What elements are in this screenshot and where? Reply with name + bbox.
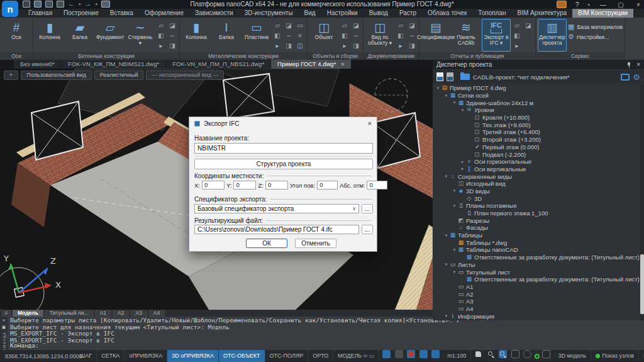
statusbar-toggle-3[interactable]: оПРИВЯЗКА <box>125 350 167 362</box>
coord-input-5[interactable]: 0 <box>367 181 387 189</box>
ribbon-tab-12[interactable]: Топоплан <box>472 9 511 18</box>
panel-settings-icon[interactable]: ⚙ <box>633 73 640 81</box>
tool-icon[interactable]: ▭ <box>295 21 305 31</box>
tool-icon[interactable]: ◨ <box>167 41 177 51</box>
layout-tab-1[interactable]: Модель <box>13 310 43 317</box>
tool-icon[interactable]: ◪ <box>167 21 177 31</box>
ribbon-tab-5[interactable]: Зависимости <box>189 9 239 18</box>
expand-arrow-icon[interactable]: ▾ <box>460 108 465 113</box>
expand-arrow-icon[interactable]: ▾ <box>443 262 449 267</box>
tree-row[interactable]: Кровля (+10.800) <box>433 114 640 122</box>
layout-tab-5[interactable]: A3 <box>130 310 147 317</box>
layout-menu-icon[interactable]: ≡ <box>1 310 11 317</box>
tree-row[interactable]: Подвал (-2.200) <box>433 150 640 158</box>
nanocad-logo-icon[interactable]: n <box>2 1 18 17</box>
tree-row[interactable]: ✓Первый этаж (0.000) <box>433 144 640 151</box>
tool-icon[interactable]: ▱ <box>512 21 522 31</box>
ribbon-button-cadlib[interactable]: ≋Панель CADlib <box>452 19 480 52</box>
help-dropdown-icon[interactable]: ▾ <box>587 1 590 8</box>
document-tab-1[interactable]: Без имени0* <box>14 60 61 69</box>
show-nodes-toggle[interactable]: Показ узлов <box>591 350 639 362</box>
tool-icon[interactable]: ◨ <box>351 41 361 51</box>
tree-row[interactable]: ▯План первого этажа 1_100 <box>433 210 640 217</box>
project-doc-icon[interactable] <box>436 72 443 81</box>
pin-icon[interactable] <box>626 62 631 67</box>
collapse-arrow-icon[interactable]: ▸ <box>460 166 465 171</box>
tree-row[interactable]: ▭A4 <box>433 305 640 313</box>
tool-icon[interactable]: ◧ <box>272 31 282 41</box>
ribbon-button-ibeam[interactable]: ΙБалка <box>212 19 241 52</box>
maximize-button[interactable]: ▢ <box>616 1 625 8</box>
command-prompt[interactable]: Команда: <box>10 342 39 349</box>
ribbon-tab-8[interactable]: Настройки <box>321 9 364 18</box>
tree-row[interactable]: ▾⌂Сохраненные виды <box>433 173 640 180</box>
document-tab-4[interactable]: Пример ГОСТ 4.dwg*× <box>271 60 351 69</box>
tree-row[interactable]: ▾▦Здание-шаблон 24x12 м <box>433 99 640 106</box>
ribbon-button-cube-view[interactable]: ◫Вид по объекту ▾ <box>365 19 394 52</box>
orbit-icon[interactable] <box>523 350 531 358</box>
tool-icon[interactable]: ◧ <box>340 31 350 41</box>
tool-icon[interactable]: ▸ <box>272 41 282 51</box>
tool-icon[interactable]: ◪ <box>407 21 417 31</box>
tool-icon[interactable]: ◨ <box>284 41 294 51</box>
tree-row[interactable]: ⌂Фасады <box>433 224 640 232</box>
open-project-folder-icon[interactable] <box>460 74 470 80</box>
expand-arrow-icon[interactable]: ▾ <box>443 233 449 238</box>
layout-tab-6[interactable]: A4 <box>148 310 165 317</box>
checkbox-icon[interactable] <box>475 152 479 157</box>
tool-icon[interactable]: ◨ <box>407 41 417 51</box>
coord-input-1[interactable]: 0 <box>202 181 225 189</box>
help-button[interactable]: ? <box>575 1 579 8</box>
tool-icon[interactable]: ▱ <box>340 21 350 31</box>
viewport-control-1[interactable]: + <box>4 71 18 80</box>
ribbon-tab-10[interactable]: Растр <box>394 9 422 18</box>
checkbox-icon[interactable] <box>475 123 479 127</box>
tree-row[interactable]: ▾▭Титульный лист <box>433 268 640 276</box>
tree-row[interactable]: ◩Разрезы <box>433 217 640 224</box>
specifier-browse-button[interactable]: ... <box>362 204 373 213</box>
tree-row[interactable]: ▦Таблицы *.dwg <box>433 239 640 246</box>
tool-icon[interactable]: ≡ <box>295 31 305 41</box>
cancel-button[interactable]: Отменить <box>295 239 336 248</box>
viewport-control-3[interactable]: Реалистичный <box>94 71 144 80</box>
expand-arrow-icon[interactable]: ▾ <box>452 188 457 193</box>
tool-icon[interactable]: ◧ <box>396 31 406 41</box>
tool-icon[interactable]: ▱ <box>272 21 282 31</box>
tree-row[interactable]: ◫Исходный вид <box>433 180 640 188</box>
project-name-input[interactable]: NBIMSTR <box>194 143 373 154</box>
tree-row[interactable]: Тех.этаж (+9.600) <box>433 121 640 128</box>
zoom-icon[interactable] <box>487 350 495 358</box>
tree-row[interactable]: Третий этаж (+6.400) <box>433 128 640 136</box>
checkbox-icon[interactable] <box>475 137 479 142</box>
tree-row[interactable]: ▭A1 <box>433 283 640 291</box>
select-cursor-icon[interactable] <box>382 350 391 358</box>
zoom-window-icon[interactable] <box>499 350 507 358</box>
tree-row[interactable]: ▾◈3D виды <box>433 188 640 195</box>
expand-arrow-icon[interactable]: ▾ <box>452 247 457 252</box>
ribbon-button-ifc[interactable]: IFCЭкспорт в IFC ▾ <box>482 19 511 52</box>
ribbon-button-column[interactable]: ▮Колонна <box>35 19 64 52</box>
tree-row[interactable]: ▸∥Оси вертикальные <box>433 166 640 173</box>
document-tab-3[interactable]: FOK-VN_КМ_ПМ_П_NBS21.dwg* <box>166 60 270 69</box>
expand-arrow-icon[interactable]: ▾ <box>452 100 457 105</box>
expand-arrow-icon[interactable]: ▾ <box>452 269 457 274</box>
panel-close-icon[interactable]: × <box>636 61 640 68</box>
tree-row[interactable]: ▭A3 <box>433 298 640 305</box>
statusbar-toggle-1[interactable]: ШАГ <box>75 350 97 362</box>
ribbon-tab-1[interactable]: Главная <box>23 9 58 18</box>
ribbon-button-plate[interactable]: ▭Пластина <box>242 19 271 52</box>
lod-toggle[interactable]: LOD <box>639 350 644 362</box>
tree-row[interactable]: ◇3D <box>433 195 640 202</box>
specifier-dropdown[interactable]: Базовый спецификатор экспорта∨ <box>194 204 359 213</box>
lightbulb-icon[interactable] <box>395 350 403 358</box>
tree-row[interactable]: ▭A2 <box>433 290 640 298</box>
tool-icon[interactable]: ◧ <box>512 31 522 41</box>
ribbon-button-manager[interactable]: ▥Диспетчер проекта <box>538 19 567 52</box>
pan-icon[interactable] <box>474 350 482 358</box>
tree-row[interactable]: ▦Ответственные за разработку документа: … <box>433 276 640 283</box>
document-tab-2[interactable]: FOK-VN_КЖ_ПМ_NBIMS21.dwg* <box>62 60 165 69</box>
ribbon-button-rebar[interactable]: ∼Стержень ▾ <box>126 19 155 52</box>
ribbon-tab-3[interactable]: Вставка <box>104 9 139 18</box>
tool-icon[interactable]: ◪ <box>351 21 361 31</box>
checkbox-icon[interactable] <box>475 130 479 134</box>
